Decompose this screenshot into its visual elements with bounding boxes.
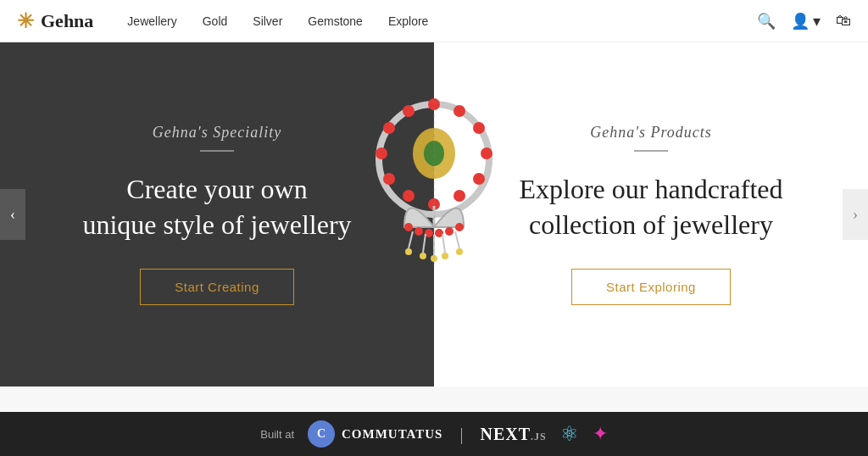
speciality-label: Gehna's Speciality bbox=[153, 124, 281, 142]
svg-point-29 bbox=[442, 253, 448, 259]
svg-point-20 bbox=[445, 227, 453, 236]
svg-point-5 bbox=[473, 173, 485, 185]
divider-pipe: | bbox=[459, 425, 463, 444]
logo-icon: ✳ bbox=[17, 9, 34, 33]
footer-bar: Built at C COMMUTATUS | NEXT.JS ⚛ ✦ bbox=[0, 412, 868, 456]
svg-point-21 bbox=[455, 223, 464, 231]
logo[interactable]: ✳ Gehna bbox=[17, 9, 93, 33]
speciality-divider bbox=[200, 150, 234, 152]
nav-silver[interactable]: Silver bbox=[253, 14, 282, 28]
svg-point-10 bbox=[376, 147, 387, 159]
svg-line-28 bbox=[442, 234, 445, 253]
nav-actions: 🔍 👤 ▾ 🛍 bbox=[757, 12, 852, 31]
products-divider bbox=[634, 150, 668, 152]
products-label: Gehna's Products bbox=[590, 124, 712, 142]
svg-point-9 bbox=[383, 173, 395, 185]
prev-arrow[interactable]: ‹ bbox=[0, 189, 25, 240]
svg-point-25 bbox=[420, 253, 426, 259]
nav-gold[interactable]: Gold bbox=[203, 14, 228, 28]
svg-point-8 bbox=[403, 190, 415, 202]
built-text: Built at bbox=[260, 428, 294, 441]
commutatus-text: COMMUTATUS bbox=[342, 427, 442, 442]
svg-point-31 bbox=[456, 248, 463, 255]
graphql-icon: ✦ bbox=[593, 423, 608, 445]
svg-line-30 bbox=[455, 231, 459, 248]
user-icon[interactable]: 👤 ▾ bbox=[791, 12, 821, 31]
search-icon[interactable]: 🔍 bbox=[757, 12, 776, 31]
svg-point-4 bbox=[481, 147, 492, 159]
svg-point-23 bbox=[405, 248, 412, 255]
commutatus-logo[interactable]: C COMMUTATUS bbox=[308, 420, 442, 448]
next-logo: NEXT.JS bbox=[480, 425, 546, 444]
svg-point-16 bbox=[404, 223, 413, 231]
nav-links: Jewellery Gold Silver Gemstone Explore bbox=[127, 14, 756, 29]
cart-icon[interactable]: 🛍 bbox=[836, 12, 851, 30]
svg-point-3 bbox=[473, 122, 485, 134]
hero-right-text: Explore our handcrafted collection of je… bbox=[468, 172, 834, 242]
chevron-left-icon: ‹ bbox=[10, 206, 15, 224]
react-icon: ⚛ bbox=[560, 422, 579, 446]
commutatus-icon: C bbox=[308, 420, 335, 448]
svg-point-17 bbox=[415, 227, 423, 236]
nav-explore[interactable]: Explore bbox=[388, 14, 428, 28]
svg-point-6 bbox=[453, 190, 465, 202]
svg-point-12 bbox=[403, 105, 415, 117]
jewelry-image bbox=[349, 70, 519, 359]
start-exploring-button[interactable]: Start Exploring bbox=[571, 269, 731, 305]
svg-line-24 bbox=[423, 234, 426, 253]
svg-line-22 bbox=[409, 231, 413, 248]
hero-left-text: Create your own unique style of jeweller… bbox=[82, 172, 351, 242]
navbar: ✳ Gehna Jewellery Gold Silver Gemstone E… bbox=[0, 0, 868, 42]
next-arrow[interactable]: › bbox=[843, 189, 868, 240]
svg-point-11 bbox=[383, 122, 395, 134]
svg-point-2 bbox=[453, 105, 465, 117]
nav-gemstone[interactable]: Gemstone bbox=[308, 14, 363, 28]
nav-jewellery[interactable]: Jewellery bbox=[127, 14, 176, 28]
hero-section: Gehna's Speciality Create your own uniqu… bbox=[0, 42, 868, 386]
start-creating-button[interactable]: Start Creating bbox=[140, 269, 294, 305]
logo-text: Gehna bbox=[41, 10, 93, 32]
chevron-right-icon: › bbox=[853, 206, 858, 224]
